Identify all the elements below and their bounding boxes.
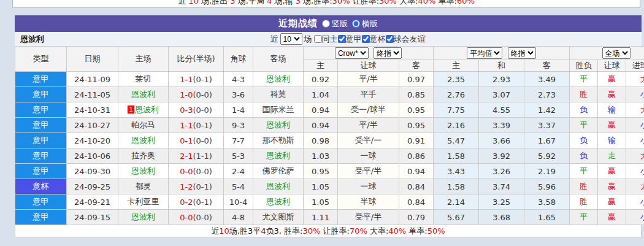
text-segment: 近 bbox=[178, 0, 188, 6]
checkbox-input[interactable] bbox=[314, 35, 322, 43]
halftime-score: (0-0) bbox=[193, 136, 212, 145]
match-count-select[interactable]: 10 bbox=[280, 33, 302, 45]
cell-corner: 9-3 bbox=[224, 118, 253, 133]
cell-corner: 2-4 bbox=[224, 164, 253, 179]
checkbox-input[interactable] bbox=[362, 35, 370, 43]
cell-handicap-home-odds: 1.05 bbox=[304, 194, 338, 210]
match-row: 意甲24-11-09莱切1-1(0-1)4-3恩波利0.92平/半0.972.3… bbox=[15, 72, 644, 87]
fulltime-score: 0-3 bbox=[180, 106, 193, 115]
cell-home-team: 卡利亚里 bbox=[118, 194, 169, 210]
cell-avg-home: 2.35 bbox=[434, 72, 479, 87]
away-team-name: 恩波利 bbox=[266, 151, 290, 160]
cell-league-type: 意甲 bbox=[15, 148, 67, 164]
cell-league-type: 意甲 bbox=[15, 102, 67, 118]
cell-handicap-away-odds: 0.95 bbox=[399, 102, 434, 118]
cell-score: 1-1(0-1) bbox=[169, 72, 224, 87]
layout-option-horizontal[interactable]: 横版 bbox=[352, 18, 378, 29]
cell-avg-home: 2.16 bbox=[434, 118, 479, 133]
cell-date: 24-11-09 bbox=[67, 72, 118, 87]
cell-corner: 4-8 bbox=[224, 210, 253, 225]
text-segment: 30% bbox=[332, 0, 350, 6]
cell-date: 24-09-21 bbox=[67, 194, 118, 210]
bookmaker-period-select[interactable]: 终指 bbox=[374, 47, 402, 59]
checkbox-label: 同主 bbox=[322, 34, 338, 45]
col-odds-home: 主 bbox=[304, 60, 338, 72]
cell-goals: 大 bbox=[626, 179, 644, 194]
match-scope-select[interactable]: 全场 bbox=[602, 47, 631, 59]
cell-away-team: 国际米兰 bbox=[253, 102, 304, 118]
checkbox-input[interactable] bbox=[386, 35, 394, 43]
checkbox-input[interactable] bbox=[338, 35, 346, 43]
cell-handicap-home-odds: 1.11 bbox=[304, 210, 338, 225]
cell-date: 24-10-27 bbox=[67, 118, 118, 133]
fulltime-score: 0-1 bbox=[180, 136, 193, 145]
cell-avg-draw: 3.92 bbox=[479, 148, 524, 164]
filter-checkbox-3[interactable]: 球会友谊 bbox=[386, 34, 426, 45]
cell-avg-home: 1.58 bbox=[434, 179, 479, 194]
away-team-name: 恩波利 bbox=[266, 74, 290, 83]
vertical-radio[interactable] bbox=[322, 20, 330, 28]
average-period-select[interactable]: 终指 bbox=[508, 47, 536, 59]
cell-goals: 小 bbox=[626, 194, 644, 210]
cell-date: 24-09-15 bbox=[67, 210, 118, 225]
cell-handicap-result: 赢 bbox=[598, 194, 626, 210]
away-team-name: 尤文图斯 bbox=[263, 212, 294, 221]
header-row-groups: 类型 日期 主场 比分(半场) 角球 客场 Crow* 终指 平均值 终指 bbox=[15, 47, 644, 60]
results-table: 类型 日期 主场 比分(半场) 角球 客场 Crow* 终指 平均值 终指 bbox=[15, 46, 644, 225]
cell-handicap-line: 一球 bbox=[338, 148, 399, 164]
cell-home-team: 1恩波利 bbox=[118, 102, 169, 118]
bookmaker-select[interactable]: Crow* bbox=[335, 47, 369, 59]
cell-league-type: 意甲 bbox=[15, 164, 67, 179]
cell-avg-away: 1.67 bbox=[524, 133, 570, 148]
halftime-score: (0-0) bbox=[193, 106, 212, 115]
text-segment: 让胜率: bbox=[350, 0, 380, 6]
cell-avg-away: 5.92 bbox=[524, 148, 570, 164]
text-segment: 10 bbox=[188, 0, 199, 6]
cell-handicap-line: 平/半 bbox=[338, 118, 399, 133]
cell-goals: 大 bbox=[626, 72, 644, 87]
cell-goals: 大 bbox=[626, 102, 644, 118]
away-team-name: 佛罗伦萨 bbox=[263, 166, 294, 175]
cell-home-team: 恩波利 bbox=[118, 133, 169, 148]
cell-handicap-away-odds: 0.86 bbox=[399, 148, 434, 164]
filter-checkbox-1[interactable]: 意甲 bbox=[338, 34, 362, 45]
cell-result: 负 bbox=[570, 102, 598, 118]
text-segment: 50% bbox=[427, 226, 445, 236]
cell-handicap-home-odds: 0.95 bbox=[304, 164, 338, 179]
average-select[interactable]: 平均值 bbox=[467, 47, 502, 59]
cell-handicap-home-odds: 1.04 bbox=[304, 87, 338, 102]
layout-option-vertical[interactable]: 竖版 bbox=[322, 18, 348, 29]
checkbox-label: 球会友谊 bbox=[394, 34, 426, 45]
cell-avg-away: 1.65 bbox=[524, 210, 570, 225]
cell-date: 24-10-31 bbox=[67, 102, 118, 118]
filter-checkbox-0[interactable]: 同主 bbox=[314, 34, 338, 45]
cell-corner: 3-6 bbox=[224, 87, 253, 102]
cell-avg-draw: 3.74 bbox=[479, 179, 524, 194]
matches-suffix-label: 场 bbox=[304, 34, 312, 45]
match-row: 意杯24-09-25都灵1-2(0-1)5-4恩波利1.05一球0.841.58… bbox=[15, 179, 644, 194]
cell-home-team: 恩波利 bbox=[118, 87, 169, 102]
cell-handicap-away-odds: 0.79 bbox=[399, 210, 434, 225]
match-row: 意甲24-11-05恩波利1-0(0-0)3-6科莫1.04平手0.852.76… bbox=[15, 87, 644, 102]
cell-handicap-away-odds: 0.94 bbox=[399, 164, 434, 179]
cell-handicap-line: 一球 bbox=[338, 179, 399, 194]
cell-avg-home: 2.76 bbox=[434, 87, 479, 102]
cell-corner: 7-7 bbox=[224, 133, 253, 148]
cell-handicap-home-odds: 0.98 bbox=[304, 133, 338, 148]
panel-header-bar: 近期战绩 竖版 横版 bbox=[15, 15, 642, 32]
cell-avg-draw: 2.93 bbox=[479, 72, 524, 87]
cell-avg-home: 5.47 bbox=[434, 133, 479, 148]
text-segment: 单率: bbox=[406, 226, 427, 236]
cell-league-type: 意甲 bbox=[15, 118, 67, 133]
horizontal-radio[interactable] bbox=[352, 20, 360, 28]
filter-checkbox-2[interactable]: 意杯 bbox=[362, 34, 386, 45]
match-row: 意甲24-09-15恩波利0-0(0-0)4-8尤文图斯1.11受平/半0.79… bbox=[15, 210, 644, 225]
text-segment: 3 bbox=[230, 0, 235, 6]
cell-avg-home: 5.67 bbox=[434, 210, 479, 225]
text-segment: 30% bbox=[302, 226, 320, 236]
halftime-score: (0-0) bbox=[193, 213, 212, 222]
cell-corner: 5-3 bbox=[224, 148, 253, 164]
away-team-name: 那不勒斯 bbox=[263, 136, 294, 145]
panel-title: 近期战绩 bbox=[278, 18, 318, 29]
col-avg-away: 客 bbox=[524, 60, 570, 72]
